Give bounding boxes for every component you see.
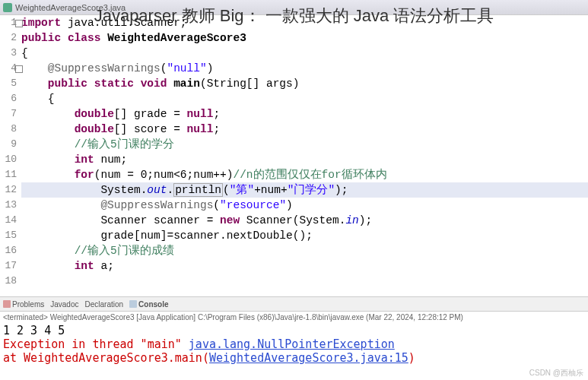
code-line[interactable]: 9 //输入5门课的学分 [0, 137, 588, 152]
line-number: 18 [0, 274, 21, 289]
window-title: WeightedAverageScore3.java [15, 3, 126, 12]
code-line[interactable]: 4 @SuppressWarnings("null") [0, 61, 588, 76]
line-number: 2 [0, 30, 21, 46]
code-line[interactable]: 5 public static void main(String[] args) [0, 76, 588, 91]
code-line[interactable]: 8 double[] score = null; [0, 122, 588, 137]
code-line[interactable]: 6 { [0, 91, 588, 106]
code-content[interactable]: int num; [21, 152, 588, 167]
line-number: 6 [0, 91, 21, 106]
line-number: 1 [0, 15, 21, 30]
console-process-label: <terminated> WeightedAverageScore3 [Java… [0, 312, 588, 322]
code-line[interactable]: 16 //输入5门课的成绩 [0, 243, 588, 258]
line-number: 16 [0, 243, 21, 258]
code-editor[interactable]: 1import java.util.Scanner;2public class … [0, 15, 588, 296]
code-line[interactable]: 1import java.util.Scanner; [0, 15, 588, 30]
line-number: 7 [0, 106, 21, 122]
code-content[interactable]: double[] grade = null; [21, 106, 588, 122]
console-stdout-line: 1 2 3 4 5 [3, 324, 585, 337]
line-number: 9 [0, 137, 21, 152]
tab-javadoc[interactable]: Javadoc [50, 300, 78, 309]
line-number: 12 [0, 182, 21, 198]
code-content[interactable]: double[] score = null; [21, 122, 588, 137]
code-content[interactable]: for(num = 0;num<6;num++)//n的范围仅仅在for循环体内 [21, 167, 588, 182]
code-line[interactable]: 2public class WeightedAverageScore3 [0, 30, 588, 46]
line-number: 3 [0, 46, 21, 61]
console-stderr-line: at WeightedAverageScore3.main(WeightedAv… [3, 351, 585, 365]
line-number: 14 [0, 213, 21, 228]
tab-console[interactable]: Console [129, 300, 168, 309]
bottom-panel-tabs: Problems Javadoc Declaration Console [0, 296, 588, 312]
java-file-icon [3, 3, 12, 12]
tab-problems[interactable]: Problems [3, 300, 44, 309]
code-line[interactable]: 11 for(num = 0;num<6;num++)//n的范围仅仅在for循… [0, 167, 588, 182]
line-number: 11 [0, 167, 21, 182]
code-line[interactable]: 13 @SuppressWarnings("resource") [0, 198, 588, 213]
line-number: 17 [0, 258, 21, 274]
stacktrace-exception-link[interactable]: java.lang.NullPointerException [189, 337, 395, 351]
stacktrace-source-link[interactable]: WeightedAverageScore3.java:15 [209, 351, 408, 365]
code-content[interactable] [21, 274, 588, 289]
tab-declaration[interactable]: Declaration [85, 300, 124, 309]
code-content[interactable]: { [21, 91, 588, 106]
console-output[interactable]: 1 2 3 4 5 Exception in thread "main" jav… [0, 322, 588, 366]
code-line[interactable]: 15 grade[num]=scanner.nextDouble(); [0, 228, 588, 243]
line-number: 10 [0, 152, 21, 167]
line-number: 4 [0, 61, 21, 76]
code-line[interactable]: 12 System.out.println("第"+num+"门学分"); [0, 182, 588, 198]
code-content[interactable]: int a; [21, 258, 588, 274]
code-content[interactable]: @SuppressWarnings("null") [21, 61, 588, 76]
code-content[interactable]: public class WeightedAverageScore3 [21, 30, 588, 46]
code-line[interactable]: 10 int num; [0, 152, 588, 167]
code-line[interactable]: 17 int a; [0, 258, 588, 274]
line-number: 5 [0, 76, 21, 91]
window-titlebar: WeightedAverageScore3.java [0, 0, 588, 15]
code-content[interactable]: System.out.println("第"+num+"门学分"); [21, 182, 588, 198]
console-icon [129, 300, 137, 308]
code-content[interactable]: @SuppressWarnings("resource") [21, 198, 588, 213]
console-stderr-line: Exception in thread "main" java.lang.Nul… [3, 337, 585, 351]
code-line[interactable]: 7 double[] grade = null; [0, 106, 588, 122]
code-content[interactable]: //输入5门课的学分 [21, 137, 588, 152]
code-line[interactable]: 18 [0, 274, 588, 289]
code-line[interactable]: 14 Scanner scanner = new Scanner(System.… [0, 213, 588, 228]
code-line[interactable]: 3{ [0, 46, 588, 61]
watermark: CSDN @西柚乐 [529, 368, 583, 378]
code-content[interactable]: { [21, 46, 588, 61]
code-content[interactable]: import java.util.Scanner; [21, 15, 588, 30]
code-content[interactable]: public static void main(String[] args) [21, 76, 588, 91]
code-content[interactable]: Scanner scanner = new Scanner(System.in)… [21, 213, 588, 228]
problems-icon [3, 300, 11, 308]
line-number: 13 [0, 198, 21, 213]
code-content[interactable]: //输入5门课的成绩 [21, 243, 588, 258]
code-content[interactable]: grade[num]=scanner.nextDouble(); [21, 228, 588, 243]
line-number: 15 [0, 228, 21, 243]
line-number: 8 [0, 122, 21, 137]
